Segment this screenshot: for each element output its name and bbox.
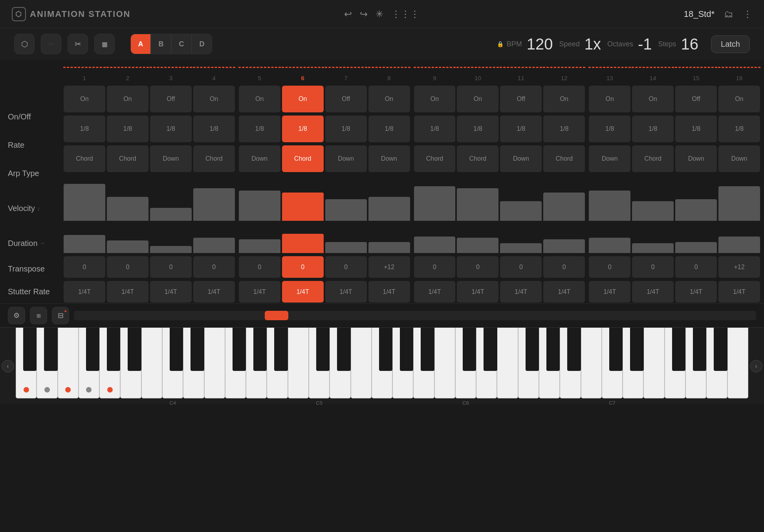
velocity-bar-15[interactable]	[675, 175, 717, 221]
arptype-row-step-14[interactable]: Chord	[632, 145, 674, 172]
bars-tool-button[interactable]: ▦	[94, 34, 115, 54]
more-button[interactable]: ⋮	[743, 9, 752, 20]
white-key-1-6[interactable]	[288, 328, 309, 398]
duration-bar-8[interactable]	[368, 224, 410, 253]
stutter-row-step-10[interactable]: 1/4T	[457, 281, 498, 303]
piano-layout-button[interactable]: ✦ ⊟	[52, 307, 69, 324]
pattern-c-button[interactable]: C	[171, 34, 192, 54]
transpose-row-step-6[interactable]: 0	[282, 256, 324, 278]
arptype-row-step-7[interactable]: Down	[325, 145, 367, 172]
white-key-4-0[interactable]: C7	[602, 328, 623, 398]
white-key-3-3[interactable]	[518, 328, 539, 398]
white-key-3-6[interactable]	[581, 328, 602, 398]
white-key-2-4[interactable]	[392, 328, 413, 398]
cut-tool-button[interactable]: ✂	[68, 34, 88, 54]
stutter-row-step-2[interactable]: 1/4T	[107, 281, 148, 303]
velocity-bar-2[interactable]	[107, 175, 148, 221]
rate-row-step-6[interactable]: 1/8	[282, 116, 324, 142]
white-key-2-6[interactable]	[434, 328, 455, 398]
dots-tool-button[interactable]: ⋯	[41, 34, 61, 54]
velocity-bar-6[interactable]	[282, 175, 324, 221]
onoff-row-step-16[interactable]: On	[718, 86, 760, 112]
rate-row-step-12[interactable]: 1/8	[543, 116, 585, 142]
stutter-row-step-14[interactable]: 1/4T	[632, 281, 674, 303]
velocity-bar-3[interactable]	[150, 175, 192, 221]
duration-bar-13[interactable]	[589, 224, 630, 253]
pattern-d-button[interactable]: D	[192, 34, 212, 54]
velocity-bar-16[interactable]	[718, 175, 760, 221]
onoff-row-step-1[interactable]: On	[64, 86, 105, 112]
piano-scrollbar[interactable]	[74, 311, 756, 320]
onoff-row-step-4[interactable]: On	[193, 86, 235, 112]
onoff-row-step-10[interactable]: On	[457, 86, 498, 112]
white-key-2-5[interactable]	[413, 328, 434, 398]
white-key-0-1[interactable]	[37, 328, 57, 398]
transpose-row-step-11[interactable]: 0	[500, 256, 542, 278]
stutter-row-step-4[interactable]: 1/4T	[193, 281, 235, 303]
rate-row-step-5[interactable]: 1/8	[239, 116, 280, 142]
onoff-row-step-5[interactable]: On	[239, 86, 280, 112]
white-key-1-3[interactable]	[225, 328, 246, 398]
white-key-1-4[interactable]	[246, 328, 267, 398]
stutter-row-step-3[interactable]: 1/4T	[150, 281, 192, 303]
arptype-row-step-1[interactable]: Chord	[64, 145, 105, 172]
rate-row-step-1[interactable]: 1/8	[64, 116, 105, 142]
white-key-2-1[interactable]	[330, 328, 350, 398]
arptype-row-step-8[interactable]: Down	[368, 145, 410, 172]
stutter-row-step-9[interactable]: 1/4T	[414, 281, 456, 303]
white-key-4-5[interactable]	[706, 328, 727, 398]
transpose-row-step-16[interactable]: +12	[718, 256, 760, 278]
velocity-bar-12[interactable]	[543, 175, 585, 221]
octaves-value[interactable]: -1	[638, 35, 652, 53]
rate-row-step-4[interactable]: 1/8	[193, 116, 235, 142]
velocity-bar-4[interactable]	[193, 175, 235, 221]
white-key-1-2[interactable]	[204, 328, 225, 398]
stutter-row-step-5[interactable]: 1/4T	[239, 281, 280, 303]
duration-bar-16[interactable]	[718, 224, 760, 253]
white-key-1-0[interactable]: C4	[162, 328, 183, 398]
rate-row-step-10[interactable]: 1/8	[457, 116, 498, 142]
arptype-row-step-12[interactable]: Chord	[543, 145, 585, 172]
transpose-row-step-10[interactable]: 0	[457, 256, 498, 278]
onoff-row-step-12[interactable]: On	[543, 86, 585, 112]
sync-button[interactable]: ✳	[376, 9, 383, 20]
white-key-4-2[interactable]	[643, 328, 664, 398]
piano-settings-button[interactable]: ⚙	[8, 307, 25, 324]
stutter-row-step-12[interactable]: 1/4T	[543, 281, 585, 303]
velocity-bar-8[interactable]	[368, 175, 410, 221]
rate-row-step-9[interactable]: 1/8	[414, 116, 456, 142]
transpose-row-step-5[interactable]: 0	[239, 256, 280, 278]
duration-bar-12[interactable]	[543, 224, 585, 253]
duration-bar-3[interactable]	[150, 224, 192, 253]
velocity-bar-13[interactable]	[589, 175, 630, 221]
velocity-bar-10[interactable]	[457, 175, 498, 221]
white-key-1-5[interactable]	[267, 328, 288, 398]
white-key-3-0[interactable]: C6	[455, 328, 476, 398]
white-key-4-3[interactable]	[665, 328, 685, 398]
arptype-row-step-6[interactable]: Chord	[282, 145, 324, 172]
white-key-1-1[interactable]	[183, 328, 204, 398]
white-key-2-0[interactable]: C5	[309, 328, 330, 398]
onoff-row-step-8[interactable]: On	[368, 86, 410, 112]
white-key-0-6[interactable]	[141, 328, 162, 398]
onoff-row-step-2[interactable]: On	[107, 86, 148, 112]
white-key-4-1[interactable]	[623, 328, 643, 398]
stutter-row-step-15[interactable]: 1/4T	[675, 281, 717, 303]
rate-row-step-16[interactable]: 1/8	[718, 116, 760, 142]
onoff-row-step-9[interactable]: On	[414, 86, 456, 112]
piano-keys-button[interactable]: ⊞	[30, 307, 47, 324]
rate-row-step-2[interactable]: 1/8	[107, 116, 148, 142]
rate-row-step-7[interactable]: 1/8	[325, 116, 367, 142]
speed-value[interactable]: 1x	[584, 35, 601, 53]
stutter-row-step-1[interactable]: 1/4T	[64, 281, 105, 303]
duration-bar-2[interactable]	[107, 224, 148, 253]
duration-bar-4[interactable]	[193, 224, 235, 253]
arptype-row-step-16[interactable]: Down	[718, 145, 760, 172]
arptype-row-step-11[interactable]: Down	[500, 145, 542, 172]
arptype-row-step-5[interactable]: Down	[239, 145, 280, 172]
stutter-row-step-11[interactable]: 1/4T	[500, 281, 542, 303]
onoff-row-step-14[interactable]: On	[632, 86, 674, 112]
redo-button[interactable]: ↪	[360, 9, 368, 20]
duration-bar-9[interactable]	[414, 224, 456, 253]
bpm-value[interactable]: 120	[527, 35, 553, 53]
